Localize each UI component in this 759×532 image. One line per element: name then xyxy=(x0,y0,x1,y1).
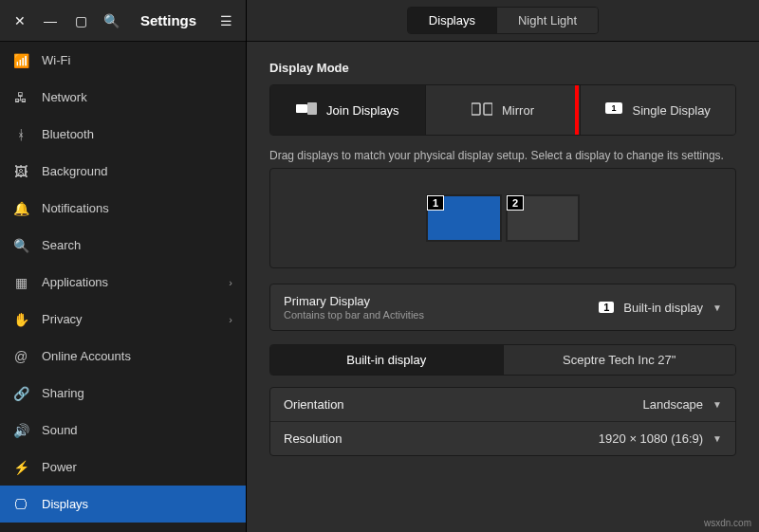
display-settings-panel: Orientation Landscape ▼ Resolution 1920 … xyxy=(269,387,736,456)
sidebar-item-bluetooth[interactable]: ᚼBluetooth xyxy=(0,116,246,153)
mode-label: Join Displays xyxy=(326,103,399,118)
display-mode-title: Display Mode xyxy=(269,61,736,75)
sidebar-item-label: Sharing xyxy=(42,386,232,400)
arrangement-hint: Drag displays to match your physical dis… xyxy=(269,149,736,162)
top-bar: Displays Night Light xyxy=(247,0,759,42)
sidebar-item-label: Wi-Fi xyxy=(42,53,232,67)
resolution-value: 1920 × 1080 (16:9) xyxy=(599,431,703,446)
sidebar-item-icon: 🖵 xyxy=(13,497,28,512)
resolution-label: Resolution xyxy=(284,431,599,446)
chevron-down-icon: ▼ xyxy=(713,303,722,313)
sidebar-item-mouse-touchpad[interactable]: 🖱Mouse & Touchpad xyxy=(0,523,246,532)
orientation-label: Orientation xyxy=(284,397,642,412)
primary-badge: 1 xyxy=(599,302,614,313)
search-icon[interactable]: 🔍 xyxy=(97,7,125,35)
svg-rect-3 xyxy=(484,103,492,115)
orientation-value: Landscape xyxy=(642,397,703,412)
mode-mirror[interactable]: Mirror xyxy=(425,85,581,135)
sidebar-item-online-accounts[interactable]: @Online Accounts xyxy=(0,338,246,375)
sidebar-item-label: Network xyxy=(42,90,232,104)
sidebar-item-background[interactable]: 🖼Background xyxy=(0,153,246,190)
sidebar-item-sound[interactable]: 🔊Sound xyxy=(0,412,246,449)
sidebar-item-icon: ⚡ xyxy=(13,460,28,475)
close-icon[interactable]: ✕ xyxy=(6,7,34,35)
display-mode-options: Join Displays Mirror 1 Single Display xyxy=(269,84,736,136)
sidebar-item-icon: @ xyxy=(13,349,28,364)
sidebar-item-label: Search xyxy=(42,238,232,252)
app-title: Settings xyxy=(127,12,210,28)
primary-display-sub: Contains top bar and Activities xyxy=(284,309,599,321)
chevron-right-icon: › xyxy=(229,314,232,325)
sidebar-item-label: Sound xyxy=(42,423,232,437)
main-panel: Displays Night Light Display Mode Join D… xyxy=(247,0,759,532)
content-area: Display Mode Join Displays Mirror xyxy=(247,42,759,532)
sidebar-item-privacy[interactable]: ✋Privacy› xyxy=(0,301,246,338)
sidebar-item-label: Bluetooth xyxy=(42,127,232,141)
chevron-down-icon: ▼ xyxy=(713,399,722,410)
sidebar-item-icon: 🖧 xyxy=(13,90,28,105)
mode-join-displays[interactable]: Join Displays xyxy=(270,85,425,135)
orientation-row[interactable]: Orientation Landscape ▼ xyxy=(270,388,735,421)
maximize-icon[interactable]: ▢ xyxy=(66,7,95,35)
display-tab-sceptre[interactable]: Sceptre Tech Inc 27" xyxy=(503,345,736,375)
single-display-icon: 1 xyxy=(605,102,622,119)
display-selector-tabs: Built-in display Sceptre Tech Inc 27" xyxy=(269,344,736,376)
mirror-icon xyxy=(472,102,492,119)
tab-displays[interactable]: Displays xyxy=(408,8,496,33)
sidebar-item-icon: 🔗 xyxy=(13,386,28,401)
sidebar-item-label: Applications xyxy=(42,275,215,289)
watermark: wsxdn.com xyxy=(704,518,751,528)
resolution-row[interactable]: Resolution 1920 × 1080 (16:9) ▼ xyxy=(270,422,735,455)
display-box-2[interactable]: 2 xyxy=(506,194,580,242)
sidebar-item-applications[interactable]: ▦Applications› xyxy=(0,264,246,301)
minimize-icon[interactable]: — xyxy=(36,7,65,35)
sidebar-item-label: Notifications xyxy=(42,201,232,215)
sidebar-item-icon: ᚼ xyxy=(13,127,28,142)
display-arrangement[interactable]: 1 2 xyxy=(269,168,736,268)
sidebar-item-power[interactable]: ⚡Power xyxy=(0,449,246,486)
primary-display-value: Built-in display xyxy=(623,301,703,315)
sidebar-item-search[interactable]: 🔍Search xyxy=(0,227,246,264)
sidebar-item-wi-fi[interactable]: 📶Wi-Fi xyxy=(0,42,246,79)
svg-rect-1 xyxy=(307,102,317,115)
mode-label: Single Display xyxy=(632,103,710,118)
tab-night-light[interactable]: Night Light xyxy=(496,8,598,33)
svg-text:1: 1 xyxy=(612,103,617,113)
primary-display-label: Primary Display xyxy=(284,294,599,308)
display-badge: 1 xyxy=(427,195,444,211)
sidebar: ✕ — ▢ 🔍 Settings ☰ 📶Wi-Fi🖧NetworkᚼBlueto… xyxy=(0,0,247,532)
sidebar-header: ✕ — ▢ 🔍 Settings ☰ xyxy=(0,0,246,42)
hamburger-menu-icon[interactable]: ☰ xyxy=(212,7,240,35)
top-tabs: Displays Night Light xyxy=(407,7,599,34)
sidebar-item-label: Displays xyxy=(42,497,232,511)
sidebar-item-sharing[interactable]: 🔗Sharing xyxy=(0,375,246,412)
sidebar-item-label: Online Accounts xyxy=(42,349,232,363)
sidebar-item-icon: 🔔 xyxy=(13,201,28,216)
display-box-1[interactable]: 1 xyxy=(426,194,502,242)
mode-single-display[interactable]: 1 Single Display xyxy=(580,85,735,135)
mode-label: Mirror xyxy=(502,103,534,118)
sidebar-item-label: Privacy xyxy=(42,312,215,326)
primary-display-row[interactable]: Primary Display Contains top bar and Act… xyxy=(270,284,735,330)
sidebar-item-label: Power xyxy=(42,460,232,474)
chevron-right-icon: › xyxy=(229,277,232,288)
chevron-down-icon: ▼ xyxy=(713,433,722,444)
sidebar-item-icon: ✋ xyxy=(13,312,28,327)
display-badge: 2 xyxy=(507,195,524,211)
sidebar-item-network[interactable]: 🖧Network xyxy=(0,79,246,116)
sidebar-list: 📶Wi-Fi🖧NetworkᚼBluetooth🖼Background🔔Noti… xyxy=(0,42,246,532)
sidebar-item-icon: ▦ xyxy=(13,275,28,290)
sidebar-item-icon: 🔍 xyxy=(13,238,28,253)
sidebar-item-icon: 🖼 xyxy=(13,164,28,179)
svg-rect-2 xyxy=(472,103,480,115)
sidebar-item-label: Background xyxy=(42,164,232,178)
sidebar-item-displays[interactable]: 🖵Displays xyxy=(0,486,246,523)
primary-display-panel: Primary Display Contains top bar and Act… xyxy=(269,284,736,331)
sidebar-item-icon: 📶 xyxy=(13,53,28,68)
svg-rect-0 xyxy=(296,104,307,113)
sidebar-item-notifications[interactable]: 🔔Notifications xyxy=(0,190,246,227)
display-tab-builtin[interactable]: Built-in display xyxy=(270,345,503,375)
join-displays-icon xyxy=(296,102,317,119)
sidebar-item-icon: 🔊 xyxy=(13,423,28,438)
